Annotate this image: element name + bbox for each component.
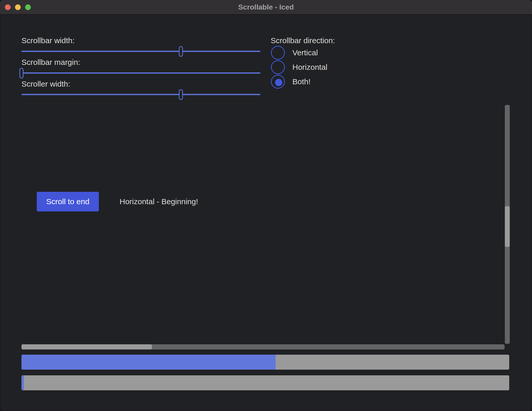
radio-vertical-label: Vertical bbox=[292, 46, 318, 60]
horizontal-status-text: Horizontal - Beginning! bbox=[120, 192, 198, 211]
title-bar: Scrollable - Iced bbox=[0, 0, 532, 15]
slider-handle[interactable] bbox=[179, 89, 183, 100]
scrollbar-margin-slider[interactable] bbox=[21, 72, 260, 74]
radio-circle-icon[interactable] bbox=[271, 60, 285, 74]
scroller-width-label: Scroller width: bbox=[21, 79, 70, 89]
radio-both[interactable]: Both! bbox=[271, 75, 380, 89]
vertical-scrollbar-rail[interactable] bbox=[505, 105, 510, 344]
slider-handle[interactable] bbox=[19, 68, 24, 78]
scroller-width-slider[interactable] bbox=[21, 94, 260, 95]
scroll-to-end-button[interactable]: Scroll to end bbox=[37, 192, 99, 211]
vertical-offset-progress-bar bbox=[21, 355, 509, 370]
radio-circle-icon[interactable] bbox=[271, 75, 285, 89]
window-title: Scrollable - Iced bbox=[0, 0, 532, 14]
horizontal-scrollbar-thumb[interactable] bbox=[21, 344, 152, 349]
radio-horizontal[interactable]: Horizontal bbox=[271, 60, 380, 74]
radio-vertical[interactable]: Vertical bbox=[271, 46, 380, 60]
scrollbar-width-slider[interactable] bbox=[21, 51, 260, 52]
progress-fill bbox=[21, 375, 24, 390]
vertical-scrollbar-thumb[interactable] bbox=[505, 206, 510, 247]
radio-horizontal-label: Horizontal bbox=[292, 60, 327, 74]
progress-fill bbox=[21, 355, 276, 370]
radio-both-label: Both! bbox=[292, 75, 311, 89]
slider-handle[interactable] bbox=[179, 46, 183, 57]
scrollbar-width-label: Scrollbar width: bbox=[21, 36, 75, 45]
radio-circle-icon[interactable] bbox=[271, 46, 285, 60]
horizontal-offset-progress-bar bbox=[21, 375, 509, 390]
horizontal-scrollbar-rail[interactable] bbox=[21, 344, 505, 349]
radio-selected-dot bbox=[275, 79, 282, 86]
scrollbar-margin-label: Scrollbar margin: bbox=[21, 57, 80, 67]
scrollbar-direction-label: Scrollbar direction: bbox=[271, 36, 335, 45]
app-window: Scrollable - Iced Scrollbar width: Scrol… bbox=[0, 0, 532, 411]
